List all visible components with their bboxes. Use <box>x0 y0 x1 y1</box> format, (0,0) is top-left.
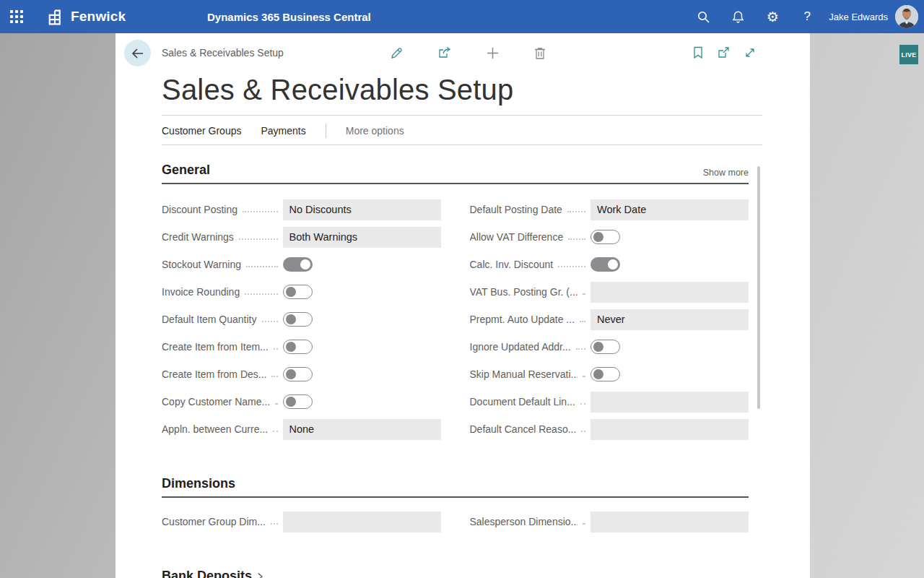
toggle-ignore-updated-addr[interactable] <box>590 340 620 354</box>
field-input-document-default-lin[interactable] <box>590 392 749 413</box>
field-input-credit-warnings[interactable]: Both Warnings <box>283 227 441 248</box>
field-label-allow-vat-difference: Allow VAT Difference <box>470 231 564 243</box>
field-label-discount-posting: Discount Posting <box>162 204 237 215</box>
toggle-create-item-from-des[interactable] <box>283 367 313 381</box>
dotted-leader <box>580 403 585 405</box>
field-row: Stockout Warning <box>162 251 441 278</box>
field-row: Create Item from Item... <box>162 333 441 361</box>
dotted-leader <box>583 293 585 295</box>
field-row: Credit WarningsBoth Warnings <box>162 223 441 251</box>
waffle-grid <box>10 10 23 23</box>
dotted-leader <box>580 321 585 322</box>
field-input-discount-posting[interactable]: No Discounts <box>283 199 441 220</box>
field-row: Copy Customer Name... <box>162 388 441 415</box>
dotted-leader <box>583 376 585 377</box>
toggle-stockout-warning[interactable] <box>283 257 313 272</box>
help-icon[interactable]: ? <box>790 0 824 33</box>
dotted-leader <box>558 266 585 267</box>
field-control <box>283 285 441 299</box>
field-input-default-cancel-reaso[interactable] <box>590 419 749 440</box>
dotted-leader <box>262 321 278 322</box>
header-right-cluster: ⚙ ? Jake Edwards <box>686 0 924 33</box>
toggle-knob <box>300 259 310 269</box>
product-title: Dynamics 365 Business Central <box>207 0 371 33</box>
field-control <box>590 367 749 381</box>
field-label-vat-bus-posting-gr: VAT Bus. Posting Gr. (... <box>470 286 578 298</box>
toolbar-actions <box>388 33 548 72</box>
menu-item-customer-groups[interactable]: Customer Groups <box>162 125 241 137</box>
apps-launcher-icon[interactable] <box>0 0 33 33</box>
company-name: Fenwick <box>71 9 126 25</box>
section-bank-deposits-title[interactable]: Bank Deposits <box>162 569 252 578</box>
menu-item-payments[interactable]: Payments <box>261 125 305 137</box>
dotted-leader <box>271 376 277 377</box>
share-icon[interactable] <box>436 45 453 61</box>
fenwick-logo-icon <box>46 8 64 26</box>
field-label-customer-group-dim: Customer Group Dim... <box>162 516 266 527</box>
field-input-customer-group-dim[interactable] <box>283 512 441 532</box>
toggle-allow-vat-difference[interactable] <box>590 230 620 244</box>
expand-icon[interactable] <box>742 45 758 61</box>
title-divider <box>162 115 762 116</box>
dotted-leader <box>581 431 585 432</box>
dotted-leader <box>567 211 585 212</box>
section-dimensions-title[interactable]: Dimensions <box>162 476 235 491</box>
field-label-create-item-from-item: Create Item from Item... <box>162 341 269 353</box>
field-label-salesperson-dimensio: Salesperson Dimensio... <box>470 516 578 527</box>
user-avatar[interactable] <box>895 5 918 28</box>
section-general: General Show more Discount PostingNo Dis… <box>162 163 749 443</box>
toggle-knob <box>286 314 296 324</box>
menu-item-more-options[interactable]: More options <box>346 125 404 137</box>
chevron-right-icon <box>255 571 265 578</box>
field-row: Ignore Updated Addr... <box>470 333 749 361</box>
field-row: Default Posting DateWork Date <box>470 196 749 223</box>
section-general-title[interactable]: General <box>162 163 210 178</box>
edit-icon[interactable] <box>388 45 405 61</box>
open-in-window-icon[interactable] <box>715 45 732 61</box>
toggle-default-item-quantity[interactable] <box>283 312 313 327</box>
toggle-calc-inv-discount[interactable] <box>590 257 620 272</box>
field-control: Both Warnings <box>283 227 441 248</box>
toggle-copy-customer-name[interactable] <box>283 394 313 409</box>
field-control <box>283 257 441 272</box>
field-control: None <box>283 419 441 440</box>
back-button[interactable] <box>124 40 151 66</box>
company-logo[interactable]: Fenwick <box>46 8 126 26</box>
breadcrumb[interactable]: Sales & Receivables Setup <box>162 33 284 72</box>
field-label-create-item-from-des: Create Item from Des... <box>162 368 266 380</box>
field-row: Skip Manual Reservati... <box>470 361 749 388</box>
field-row: Customer Group Dim... <box>162 508 441 535</box>
field-control <box>283 512 441 532</box>
section-bank-deposits[interactable]: Bank Deposits <box>162 569 749 578</box>
field-row: VAT Bus. Posting Gr. (... <box>470 278 749 306</box>
app-header: Fenwick Dynamics 365 Business Central ⚙ … <box>0 0 924 33</box>
settings-icon[interactable]: ⚙ <box>755 0 790 33</box>
field-row: Document Default Lin... <box>470 388 749 415</box>
dotted-leader <box>568 238 585 240</box>
page-menu: Customer GroupsPaymentsMore options <box>162 124 762 145</box>
field-input-salesperson-dimensio[interactable] <box>590 512 749 532</box>
field-input-appln-between-curre[interactable]: None <box>283 419 441 440</box>
field-row: Calc. Inv. Discount <box>470 251 749 278</box>
toggle-invoice-rounding[interactable] <box>283 285 313 299</box>
bookmark-icon[interactable] <box>691 45 705 61</box>
toggle-knob <box>286 342 296 352</box>
show-more-link[interactable]: Show more <box>703 168 749 178</box>
toggle-create-item-from-item[interactable] <box>283 340 313 354</box>
vertical-scrollbar[interactable] <box>757 166 760 409</box>
live-environment-badge[interactable]: LIVE <box>899 45 918 64</box>
field-label-ignore-updated-addr: Ignore Updated Addr... <box>470 341 571 353</box>
field-input-default-posting-date[interactable]: Work Date <box>590 199 749 220</box>
notifications-icon[interactable] <box>720 0 755 33</box>
user-name[interactable]: Jake Edwards <box>829 12 888 22</box>
search-icon[interactable] <box>686 0 720 33</box>
page-title: Sales & Receivables Setup <box>162 74 762 111</box>
delete-icon[interactable] <box>532 45 548 61</box>
add-icon[interactable] <box>484 45 501 61</box>
field-input-prepmt-auto-update[interactable]: Never <box>590 309 749 330</box>
toggle-skip-manual-reservati[interactable] <box>590 367 620 381</box>
field-input-vat-bus-posting-gr[interactable] <box>590 282 749 303</box>
dotted-leader <box>243 211 277 212</box>
field-label-document-default-lin: Document Default Lin... <box>470 396 575 407</box>
field-row: Prepmt. Auto Update ...Never <box>470 306 749 333</box>
